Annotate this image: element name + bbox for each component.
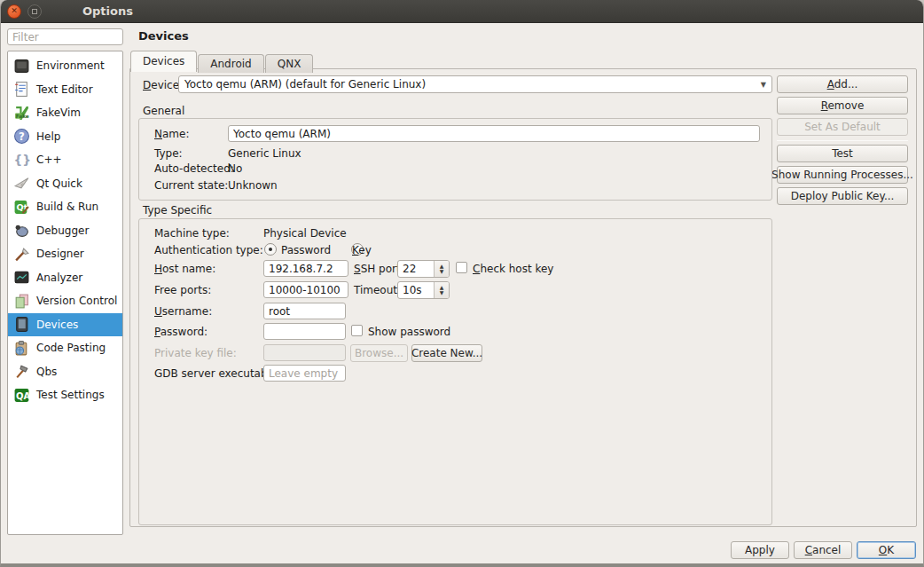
tab-devices[interactable]: Devices [130, 51, 197, 72]
current-state-label: Current state: [154, 179, 228, 193]
autodetected-label: Auto-detected: [154, 162, 234, 176]
username-label: Username: [154, 305, 212, 319]
add-button[interactable]: Add... [777, 75, 908, 93]
apply-button[interactable]: Apply [731, 541, 789, 559]
close-icon[interactable]: ✕ [7, 4, 21, 19]
category-list: Environment Text Editor Fake FakeVim ? H… [7, 51, 123, 535]
machine-type-value: Physical Device [263, 227, 347, 240]
titlebar: ✕ Options [1, 0, 923, 23]
qbs-icon [13, 363, 30, 380]
devices-icon [13, 316, 30, 333]
create-new-button[interactable]: Create New... [411, 344, 482, 362]
type-label: Type: [154, 147, 183, 161]
free-ports-input[interactable] [263, 281, 348, 298]
tabbar: Devices Android QNX [130, 51, 314, 72]
timeout-spinbox[interactable]: 10s ▲▼ [397, 281, 450, 299]
sidebar-item-build-run[interactable]: Qt Build & Run [8, 195, 122, 219]
password-label: Password: [154, 326, 208, 339]
ok-button[interactable]: OK [857, 541, 916, 559]
deploy-public-key-button[interactable]: Deploy Public Key... [777, 187, 908, 205]
sidebar-item-test-settings[interactable]: QA Test Settings [8, 383, 122, 407]
device-label: Device: [143, 79, 183, 92]
sidebar-item-cpp[interactable]: {} C++ [8, 148, 122, 172]
qt-quick-icon [13, 175, 30, 192]
type-specific-group: Machine type: Physical Device Authentica… [138, 218, 772, 525]
cancel-button[interactable]: Cancel [794, 541, 852, 559]
cpp-icon: {} [13, 152, 30, 169]
remove-button[interactable]: Remove [777, 97, 908, 114]
autodetected-value: No [228, 162, 242, 176]
device-combobox[interactable]: Yocto qemu (ARM) (default for Generic Li… [178, 75, 772, 93]
svg-text:Qt: Qt [16, 202, 27, 212]
window-title: Options [82, 4, 133, 18]
svg-text:Fake: Fake [16, 114, 29, 119]
svg-text:{}: {} [14, 153, 30, 167]
sidebar-item-text-editor[interactable]: Text Editor [8, 78, 122, 102]
filter-input[interactable] [7, 28, 123, 45]
tab-qnx[interactable]: QNX [265, 54, 314, 73]
button-separator [777, 140, 908, 141]
username-input[interactable] [263, 303, 346, 319]
version-control-icon [13, 293, 30, 310]
sidebar-item-code-pasting[interactable]: Code Pasting [8, 336, 122, 360]
name-label: Name: [154, 128, 189, 141]
type-specific-group-label: Type Specific [143, 204, 212, 217]
private-key-file-input[interactable] [263, 344, 346, 361]
free-ports-label: Free ports: [154, 284, 211, 297]
svg-text:QA: QA [16, 390, 30, 400]
svg-text:?: ? [19, 130, 25, 143]
device-combobox-value: Yocto qemu (ARM) (default for Generic Li… [184, 78, 426, 91]
ssh-port-spin-buttons[interactable]: ▲▼ [434, 261, 449, 277]
build-run-icon: Qt [13, 199, 30, 216]
sidebar-item-qt-quick[interactable]: Qt Quick [8, 172, 122, 196]
machine-type-label: Machine type: [154, 227, 230, 240]
sidebar-item-environment[interactable]: Environment [8, 54, 122, 78]
show-running-processes-button[interactable]: Show Running Processes... [777, 166, 908, 184]
general-group: Name: Type: Generic Linux Auto-detected:… [138, 118, 772, 201]
sidebar-item-devices[interactable]: Devices [8, 313, 122, 337]
devices-tab-pane: Device: Yocto qemu (ARM) (default for Ge… [129, 68, 917, 527]
text-editor-icon [13, 81, 30, 98]
sidebar-item-help[interactable]: ? Help [8, 125, 122, 149]
sidebar-item-designer[interactable]: Designer [8, 242, 122, 266]
show-password-checkbox[interactable] [351, 325, 363, 336]
check-host-key-checkbox[interactable] [456, 262, 467, 273]
test-button[interactable]: Test [777, 145, 908, 162]
general-group-label: General [143, 105, 184, 117]
spin-down-icon[interactable]: ▼ [440, 290, 444, 295]
name-input[interactable] [228, 125, 760, 142]
tab-android[interactable]: Android [198, 54, 263, 73]
spin-down-icon[interactable]: ▼ [440, 269, 444, 274]
sidebar-item-analyzer[interactable]: Analyzer [8, 266, 122, 290]
auth-password-radio[interactable] [264, 243, 277, 256]
code-pasting-icon [13, 340, 30, 357]
analyzer-icon [13, 269, 30, 286]
page-title: Devices [138, 29, 189, 43]
debugger-icon [13, 222, 30, 239]
gdb-server-executable-label: GDB server executable: [154, 367, 280, 381]
private-key-file-label: Private key file: [154, 347, 237, 360]
sidebar-item-qbs[interactable]: Qbs [8, 360, 122, 384]
maximize-icon[interactable] [27, 4, 42, 19]
ssh-port-spinbox[interactable]: 22 ▲▼ [397, 260, 450, 278]
password-input[interactable] [263, 323, 346, 340]
current-state-value: Unknown [228, 179, 278, 193]
auth-password-radio-label[interactable]: Password [281, 244, 331, 257]
show-password-label[interactable]: Show password [368, 326, 450, 339]
test-settings-icon: QA [13, 387, 30, 404]
check-host-key-label[interactable]: Check host key [473, 263, 553, 276]
auth-key-radio-label[interactable]: Key [352, 244, 372, 257]
ssh-port-value: 22 [398, 261, 434, 277]
type-value: Generic Linux [228, 147, 301, 161]
sidebar-item-fakevim[interactable]: Fake FakeVim [8, 101, 122, 125]
browse-button[interactable]: Browse... [350, 344, 408, 362]
host-name-input[interactable] [263, 260, 348, 277]
gdb-server-executable-input[interactable] [263, 365, 346, 382]
designer-icon [13, 246, 30, 263]
timeout-label: Timeout: [354, 284, 401, 297]
set-as-default-button[interactable]: Set As Default [777, 118, 908, 136]
sidebar-item-debugger[interactable]: Debugger [8, 219, 122, 243]
authentication-type-label: Authentication type: [154, 244, 263, 257]
timeout-spin-buttons[interactable]: ▲▼ [434, 282, 449, 298]
sidebar-item-version-control[interactable]: Version Control [8, 289, 122, 313]
